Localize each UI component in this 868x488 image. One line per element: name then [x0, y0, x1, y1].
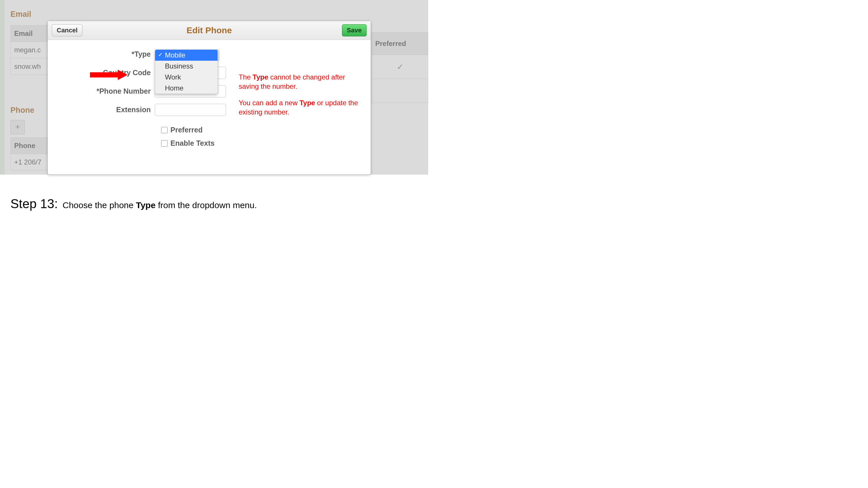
save-button[interactable]: Save — [342, 24, 367, 36]
left-vertical-accent — [0, 0, 5, 174]
helper-text-frag: You can add a new — [239, 99, 300, 107]
phone-number-label: *Phone Number — [48, 87, 155, 95]
caption-text-frag: from the dropdown menu. — [156, 200, 257, 210]
red-arrow-annotation — [90, 70, 130, 80]
type-label: *Type — [48, 50, 155, 58]
form-row-enable-texts: Enable Texts — [160, 139, 214, 148]
type-dropdown-menu: Mobile Business Work Home — [155, 50, 218, 94]
modal-header: Cancel Edit Phone Save — [48, 21, 371, 40]
check-icon: ✓ — [397, 62, 403, 71]
helper-line-2: You can add a new Type or update the exi… — [239, 98, 360, 117]
preferred-column: Preferred ✓ — [372, 32, 428, 103]
step-caption: Step 13: Choose the phone Type from the … — [10, 197, 257, 211]
add-phone-button[interactable]: + — [10, 120, 25, 134]
caption-bold: Type — [136, 200, 156, 210]
cancel-button[interactable]: Cancel — [52, 24, 83, 36]
preferred-checkbox[interactable] — [161, 127, 167, 133]
type-dropdown[interactable]: Mobile Business Work Home — [155, 50, 218, 62]
helper-text-bold: Type — [253, 73, 268, 81]
preferred-checkbox-label: Preferred — [170, 126, 203, 134]
extension-label: Extension — [48, 105, 155, 114]
dropdown-option-home[interactable]: Home — [155, 83, 218, 94]
step-number: Step 13: — [10, 197, 58, 211]
form-row-preferred: Preferred — [160, 126, 203, 134]
preferred-header: Preferred — [372, 33, 428, 55]
helper-text-bold: Type — [300, 99, 315, 107]
enable-texts-checkbox-label: Enable Texts — [170, 139, 214, 148]
email-section-title: Email — [10, 10, 85, 19]
dropdown-option-mobile[interactable]: Mobile — [155, 50, 218, 61]
dropdown-option-work[interactable]: Work — [155, 72, 218, 83]
modal-title: Edit Phone — [187, 26, 232, 35]
enable-texts-checkbox[interactable] — [161, 140, 167, 147]
helper-text: The Type cannot be changed after saving … — [239, 72, 360, 124]
plus-icon: + — [15, 122, 20, 132]
helper-text-frag: The — [239, 73, 253, 81]
helper-line-1: The Type cannot be changed after saving … — [239, 72, 360, 91]
caption-text-frag: Choose the phone — [62, 200, 136, 210]
arrow-shaft — [90, 72, 118, 77]
arrow-head-icon — [118, 70, 128, 80]
preferred-empty-cell — [372, 79, 428, 103]
preferred-check-cell: ✓ — [372, 55, 428, 79]
edit-phone-modal: Cancel Edit Phone Save *Type Mobile Busi… — [48, 21, 371, 174]
dropdown-option-business[interactable]: Business — [155, 61, 218, 72]
extension-input[interactable] — [155, 104, 226, 116]
